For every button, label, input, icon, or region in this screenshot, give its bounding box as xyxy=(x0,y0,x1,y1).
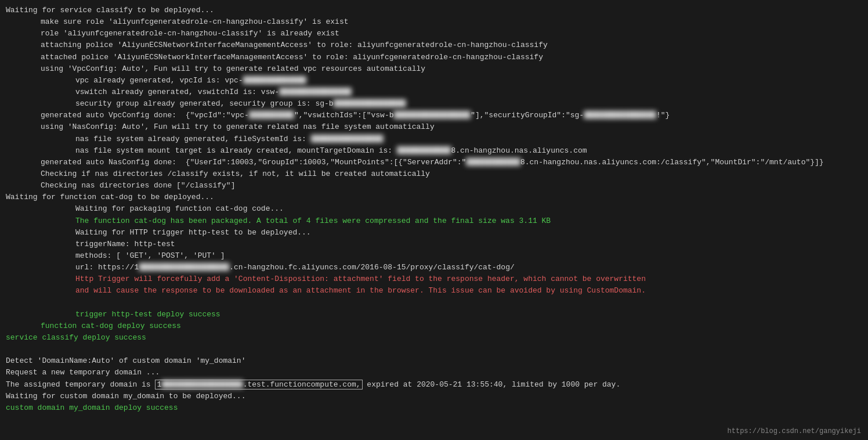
line-19: The function cat-dog has been packaged. … xyxy=(6,215,862,227)
line-11: using 'NasConfig: Auto', Fun will try to… xyxy=(6,121,862,133)
line-12: nas file system already generated, fileS… xyxy=(6,134,862,145)
line-20: Waiting for HTTP trigger http-test to be… xyxy=(6,227,862,239)
line-5: attached police 'AliyunECSNetworkInterfa… xyxy=(6,52,862,63)
terminal: Waiting for service classify to be deplo… xyxy=(0,0,868,440)
line-32: Waiting for custom domain my_domain to b… xyxy=(6,391,862,402)
line-7: vpc already generated, vpcId is: vpc-███… xyxy=(6,75,862,86)
line-3: role 'aliyunfcgeneratedrole-cn-hangzhou-… xyxy=(6,28,862,39)
line-8: vswitch already generated, vswitchId is:… xyxy=(6,86,862,98)
line-18: Waiting for packaging function cat-dog c… xyxy=(6,203,862,215)
line-14: generated auto NasConfig done: {"UserId"… xyxy=(6,157,862,168)
line-21: triggerName: http-test xyxy=(6,239,862,250)
line-4: attaching police 'AliyunECSNetworkInterf… xyxy=(6,39,862,51)
line-23: url: https://1████████████████████.cn-ha… xyxy=(6,262,862,273)
watermark: https://blog.csdn.net/gangyikeji xyxy=(728,427,861,435)
line-2: make sure role 'aliyunfcgeneratedrole-cn… xyxy=(6,16,862,28)
line-10: generated auto VpcConfig done: {"vpcId":… xyxy=(6,110,862,121)
line-30: Request a new temporary domain ... xyxy=(6,367,862,378)
line-24: Http Trigger will forcefully add a 'Cont… xyxy=(6,273,862,285)
line-29: Detect 'DomainName:Auto' of custom domai… xyxy=(6,355,862,367)
empty-1 xyxy=(6,297,862,309)
line-27: function cat-dog deploy success xyxy=(6,320,862,332)
line-31: The assigned temporary domain is 1██████… xyxy=(6,379,862,391)
line-33: custom domain my_domain deploy success xyxy=(6,402,862,414)
line-13: nas file system mount target is already … xyxy=(6,145,862,157)
empty-2 xyxy=(6,344,862,355)
line-1: Waiting for service classify to be deplo… xyxy=(6,5,862,16)
line-17: Waiting for function cat-dog to be deplo… xyxy=(6,192,862,203)
line-28: service classify deploy success xyxy=(6,332,862,344)
line-9: security group already generated, securi… xyxy=(6,98,862,110)
line-16: Checking nas directories done ["/classif… xyxy=(6,180,862,192)
line-26: trigger http-test deploy success xyxy=(6,309,862,320)
line-22: methods: [ 'GET', 'POST', 'PUT' ] xyxy=(6,250,862,262)
line-6: using 'VpcConfig: Auto', Fun will try to… xyxy=(6,63,862,75)
line-25: and will cause the response to be downlo… xyxy=(6,285,862,297)
line-15: Checking if nas directories /classify ex… xyxy=(6,168,862,180)
